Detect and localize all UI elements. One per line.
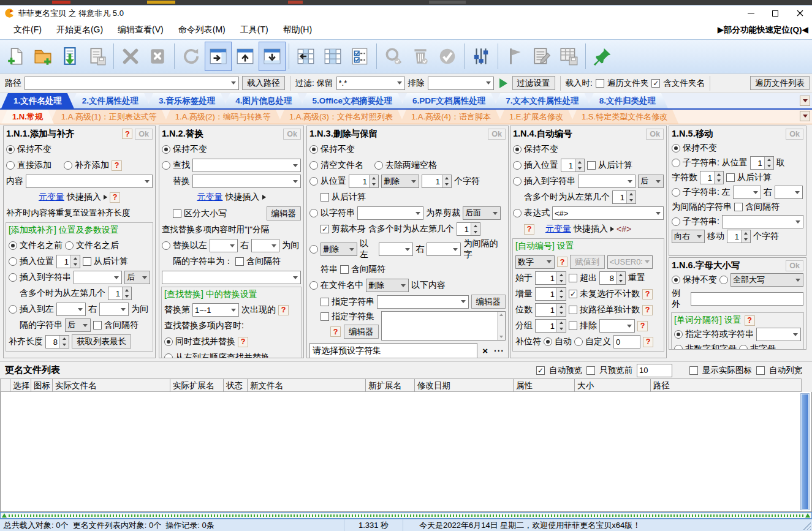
refresh-button[interactable] [178, 42, 205, 71]
search-check-button[interactable] [380, 42, 407, 71]
columns-check-button[interactable] [346, 42, 373, 71]
ok-button[interactable]: Ok [646, 129, 664, 140]
include-folder-name-checkbox[interactable] [651, 79, 660, 88]
after-name-radio[interactable] [65, 241, 74, 250]
help-button[interactable]: ? [112, 160, 122, 171]
insert-to-string-radio[interactable] [9, 273, 17, 282]
column-attributes[interactable]: 属性 [514, 378, 575, 392]
pin-button[interactable] [589, 42, 616, 71]
substring-radio[interactable] [672, 217, 680, 226]
left-sep-combo[interactable] [56, 303, 86, 316]
increment-spinner[interactable]: 1 [535, 287, 566, 301]
help-button[interactable]: ? [745, 315, 755, 326]
pane-right-button[interactable] [205, 42, 232, 71]
help-button[interactable]: ? [330, 326, 341, 337]
column-path[interactable]: 路径 [651, 378, 802, 392]
editor-button[interactable]: 编辑器 [471, 295, 506, 309]
load-path-button[interactable]: 载入路径 [242, 76, 285, 90]
subtab-script[interactable]: 1.A.高级(4)：语言脚本 [400, 110, 502, 124]
replace-between-radio[interactable] [162, 241, 170, 250]
tab-file-classify[interactable]: 8.文件归类处理 [587, 93, 668, 108]
help-button[interactable]: ? [643, 337, 653, 347]
substring-pos-spinner[interactable]: 1 [750, 156, 774, 170]
pane-up-button[interactable] [232, 42, 259, 71]
left-sep-combo[interactable] [733, 186, 761, 199]
in-name-radio[interactable] [309, 281, 318, 290]
char-count-spinner[interactable]: 1 [700, 171, 724, 184]
help-button[interactable]: ? [238, 337, 248, 347]
include-sep-checkbox[interactable] [235, 257, 244, 266]
close-button[interactable] [787, 6, 812, 21]
edit-list-button[interactable] [528, 42, 555, 71]
from-end-checkbox[interactable] [726, 173, 735, 182]
trash-filter-button[interactable] [407, 42, 434, 71]
find-combo[interactable] [192, 159, 301, 172]
insert-string-combo[interactable] [74, 271, 122, 284]
case-sensitive-checkbox[interactable] [173, 209, 181, 218]
custom-pad-radio[interactable] [574, 337, 583, 346]
columns-left-button[interactable] [292, 42, 319, 71]
expression-combo[interactable]: <#> [552, 206, 664, 220]
per-path-checkbox[interactable] [569, 306, 577, 314]
column-row-selector[interactable] [0, 378, 10, 392]
tab-filename[interactable]: 1.文件名处理 [1, 93, 74, 108]
sep-replace-combo[interactable] [162, 271, 301, 284]
main-tab-dropdown-button[interactable] [800, 96, 810, 106]
column-status[interactable]: 状态 [224, 378, 248, 392]
multi-index-spinner[interactable]: 1 [612, 190, 636, 204]
keep-radio[interactable] [162, 145, 170, 154]
ok-button[interactable]: Ok [283, 129, 301, 140]
left-sep-combo[interactable] [379, 243, 413, 256]
custom-pad-input[interactable] [613, 335, 640, 348]
subtab-mapping-list[interactable]: 1.A.高级(3)：文件名对照列表 [278, 110, 404, 124]
spec-charset-checkbox[interactable] [321, 312, 329, 321]
digits-spinner[interactable]: 1 [535, 303, 566, 317]
column-modified-date[interactable]: 修改日期 [415, 378, 514, 392]
help-button[interactable]: ? [642, 289, 653, 299]
help-button[interactable]: ? [524, 224, 534, 235]
insert-between-radio[interactable] [9, 305, 17, 314]
subtab-encoding[interactable]: 1.A.高级(2)：编码与转换等 [164, 110, 282, 124]
number-type-combo[interactable]: 数字 [515, 255, 555, 269]
include-sep-checkbox[interactable] [93, 321, 102, 330]
pad-add-radio[interactable] [64, 161, 72, 170]
insert-string-combo[interactable] [578, 175, 636, 188]
before-after-combo[interactable]: 后 [124, 271, 150, 284]
save-list-button[interactable] [83, 42, 110, 71]
metavar-link[interactable]: 元变量 [545, 224, 571, 235]
spec-string-combo[interactable] [377, 295, 469, 309]
menu-start-rename[interactable]: 开始更名(G) [49, 22, 110, 38]
metavar-link[interactable]: 元变量 [197, 192, 223, 203]
preview-count-input[interactable] [637, 364, 672, 377]
charset-textbox[interactable] [381, 311, 506, 341]
help-button[interactable]: ? [557, 257, 567, 267]
charset-scrollbar[interactable] [497, 312, 505, 340]
include-sep-checkbox[interactable] [734, 203, 743, 211]
flag-button[interactable] [501, 42, 528, 71]
column-icon[interactable]: 图标 [31, 378, 53, 392]
scrollbar-thumb[interactable] [802, 394, 808, 509]
keep-pattern-combo[interactable]: *.* [336, 77, 405, 90]
move-spinner[interactable]: 1 [727, 230, 751, 243]
apply-check-button[interactable] [434, 42, 461, 71]
sequential-radio[interactable] [164, 353, 173, 358]
traverse-folders-checkbox[interactable] [596, 79, 604, 88]
help-button[interactable]: ? [637, 321, 648, 331]
start-spinner[interactable]: 1 [535, 271, 566, 285]
help-button[interactable]: ? [110, 192, 120, 203]
spec-char-radio[interactable] [674, 330, 683, 339]
trim-spaces-radio[interactable] [374, 161, 383, 170]
simultaneous-radio[interactable] [164, 337, 173, 346]
insert-to-string-radio[interactable] [513, 177, 522, 186]
auto-pad-radio[interactable] [544, 337, 552, 346]
assign-to-button[interactable]: 赋值到 [570, 255, 605, 269]
clear-preset-button[interactable]: × [480, 345, 490, 356]
show-real-icons-checkbox[interactable] [689, 366, 698, 375]
insert-pos-spinner[interactable]: 1 [561, 159, 585, 172]
multi-index-spinner[interactable]: 1 [457, 222, 480, 236]
insert-pos-radio[interactable] [513, 161, 522, 170]
before-name-radio[interactable] [9, 241, 17, 250]
substring-combo[interactable] [722, 215, 803, 228]
non-alpha-radio[interactable] [739, 345, 748, 350]
clear-name-radio[interactable] [309, 161, 318, 170]
